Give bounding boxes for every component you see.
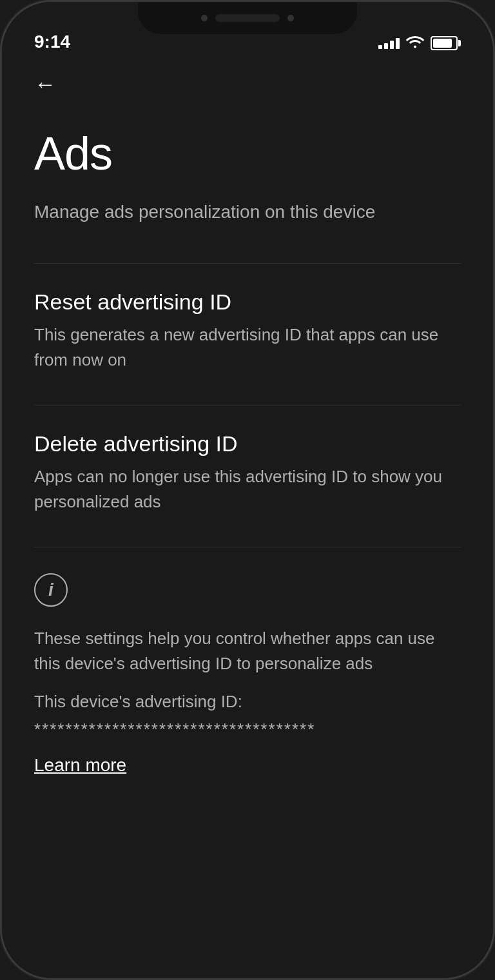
- signal-bar-3: [390, 41, 394, 49]
- divider-1: [34, 263, 461, 264]
- notch: [138, 2, 357, 34]
- status-bar: 9:14: [2, 2, 493, 60]
- reset-advertising-id-item[interactable]: Reset advertising ID This generates a ne…: [34, 289, 461, 373]
- wifi-icon: [406, 34, 424, 52]
- page-title: Ads: [34, 127, 461, 180]
- signal-bar-4: [396, 38, 400, 49]
- info-section: i These settings help you control whethe…: [34, 573, 461, 776]
- back-button[interactable]: ←: [34, 73, 461, 95]
- delete-advertising-id-desc: Apps can no longer use this advertising …: [34, 464, 461, 514]
- delete-advertising-id-title: Delete advertising ID: [34, 431, 461, 456]
- notch-dot-left: [201, 15, 208, 21]
- status-time: 9:14: [34, 32, 70, 52]
- page-subtitle: Manage ads personalization on this devic…: [34, 199, 461, 224]
- notch-dot-right: [287, 15, 294, 21]
- phone-frame: 9:14: [0, 0, 495, 980]
- device-id-label: This device's advertising ID:: [34, 692, 461, 712]
- signal-bar-2: [384, 43, 388, 49]
- info-icon: i: [34, 573, 68, 607]
- divider-3: [34, 547, 461, 547]
- battery-fill: [433, 39, 452, 48]
- signal-bars-icon: [378, 38, 400, 49]
- signal-bar-1: [378, 45, 382, 49]
- divider-2: [34, 405, 461, 406]
- reset-advertising-id-desc: This generates a new advertising ID that…: [34, 322, 461, 373]
- status-icons: [378, 34, 461, 52]
- device-id-value: ************************************: [34, 720, 461, 740]
- learn-more-link[interactable]: Learn more: [34, 755, 126, 776]
- notch-pill: [215, 14, 280, 22]
- delete-advertising-id-item[interactable]: Delete advertising ID Apps can no longer…: [34, 431, 461, 514]
- back-arrow-icon: ←: [34, 73, 56, 95]
- battery-icon: [431, 36, 461, 50]
- phone-inner: 9:14: [2, 2, 493, 978]
- screen-content: ← Ads Manage ads personalization on this…: [2, 60, 493, 978]
- battery-tip: [458, 40, 461, 46]
- info-icon-row: i: [34, 573, 461, 607]
- info-text: These settings help you control whether …: [34, 626, 461, 676]
- battery-body: [431, 36, 458, 50]
- reset-advertising-id-title: Reset advertising ID: [34, 289, 461, 315]
